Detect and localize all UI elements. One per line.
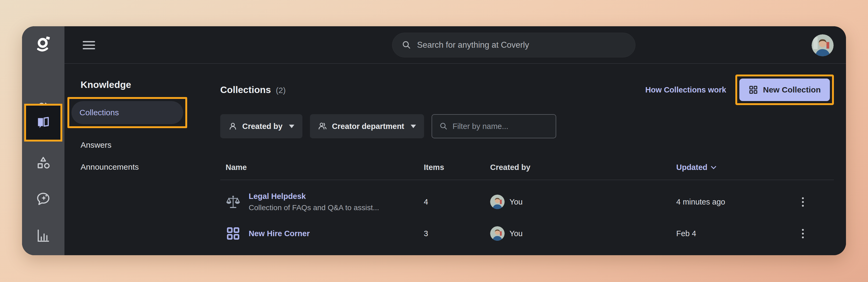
name-filter-input[interactable] [453, 122, 549, 131]
creator-name: You [509, 229, 523, 238]
creator-department-filter-label: Creator department [332, 122, 404, 131]
caret-down-icon [411, 125, 416, 128]
created-by-cell: You [490, 195, 676, 209]
collections-table: Name Items Created by Updated [220, 155, 834, 249]
sidebar-item-label: Answers [81, 140, 112, 149]
collection-link[interactable]: New Hire Corner [220, 226, 424, 241]
global-search[interactable] [392, 33, 636, 57]
user-avatar[interactable] [812, 34, 834, 56]
table-row[interactable]: Legal Helpdesk Collection of FAQs and Q&… [220, 186, 834, 218]
collections-header: Collections (2) How Collections work [220, 74, 834, 105]
items-count: 4 [424, 198, 490, 206]
table-row[interactable]: New Hire Corner 3 [220, 218, 834, 249]
grid-icon [226, 226, 241, 241]
app-window: Knowledge Collections Answers Announceme… [22, 26, 846, 255]
row-menu-kebab-icon[interactable] [800, 195, 806, 209]
created-by-filter[interactable]: Created by [220, 114, 302, 138]
collection-description: Collection of FAQs and Q&A to assist... [249, 204, 379, 212]
collections-header-actions: How Collections work New Collection [645, 74, 834, 105]
updated-time: Feb 4 [676, 229, 696, 238]
topbar [64, 26, 846, 64]
grid-icon [748, 85, 758, 95]
collections-count: (2) [276, 86, 286, 95]
bar-chart-icon[interactable] [35, 228, 51, 243]
creator-department-filter[interactable]: Creator department [310, 114, 424, 138]
knowledge-nav-highlight[interactable] [24, 104, 62, 142]
collections-title: Collections [220, 84, 271, 95]
guru-logo[interactable] [35, 36, 52, 53]
collections-view: Collections (2) How Collections work [220, 64, 846, 255]
book-icon [35, 114, 52, 131]
sidebar-item-label: Announcements [81, 163, 139, 171]
people-icon [318, 122, 327, 131]
scales-icon [226, 195, 241, 209]
new-collection-label: New Collection [763, 85, 821, 94]
content: Knowledge Collections Answers Announceme… [64, 64, 846, 255]
chat-sparkle-icon[interactable] [35, 191, 51, 207]
sidebar-item-collections[interactable]: Collections [71, 101, 183, 124]
chevron-down-icon [711, 164, 716, 169]
row-menu-kebab-icon[interactable] [800, 227, 806, 241]
caret-down-icon [289, 125, 294, 128]
global-search-input[interactable] [417, 40, 626, 50]
creator-avatar [490, 195, 505, 209]
page-title: Collections (2) [220, 84, 286, 95]
shapes-icon[interactable] [35, 155, 51, 171]
collection-link[interactable]: Legal Helpdesk Collection of FAQs and Q&… [220, 192, 424, 212]
filters-row: Created by Creator department [220, 114, 834, 138]
column-header-created-by: Created by [490, 163, 676, 172]
sidebar-item-label: Collections [80, 108, 119, 117]
items-count: 3 [424, 229, 490, 238]
search-icon [402, 40, 412, 50]
created-by-filter-label: Created by [242, 122, 282, 131]
person-icon [228, 122, 238, 131]
sidebar-item-answers[interactable]: Answers [81, 140, 220, 149]
collection-name: Legal Helpdesk [249, 192, 379, 201]
sidebar-item-announcements[interactable]: Announcements [81, 163, 220, 172]
new-collection-button[interactable]: New Collection [739, 78, 830, 101]
column-header-items: Items [424, 163, 490, 172]
knowledge-panel: Knowledge Collections Answers Announceme… [64, 64, 220, 255]
created-by-cell: You [490, 226, 676, 241]
column-header-updated[interactable]: Updated [676, 163, 715, 172]
column-header-name: Name [220, 163, 424, 172]
how-collections-work-link[interactable]: How Collections work [645, 85, 726, 94]
search-icon [439, 122, 448, 131]
creator-name: You [509, 198, 523, 206]
hamburger-menu-icon[interactable] [83, 40, 95, 50]
collections-nav-highlight: Collections [67, 97, 187, 128]
name-filter[interactable] [432, 114, 556, 138]
collection-name: New Hire Corner [249, 229, 310, 238]
table-header-row: Name Items Created by Updated [220, 155, 834, 180]
main-area: Knowledge Collections Answers Announceme… [64, 26, 846, 255]
knowledge-panel-title: Knowledge [81, 79, 220, 90]
new-collection-highlight: New Collection [735, 74, 834, 105]
desktop-background: Knowledge Collections Answers Announceme… [0, 0, 868, 282]
creator-avatar [490, 226, 505, 241]
updated-time: 4 minutes ago [676, 198, 725, 206]
app-sidebar [22, 26, 64, 255]
